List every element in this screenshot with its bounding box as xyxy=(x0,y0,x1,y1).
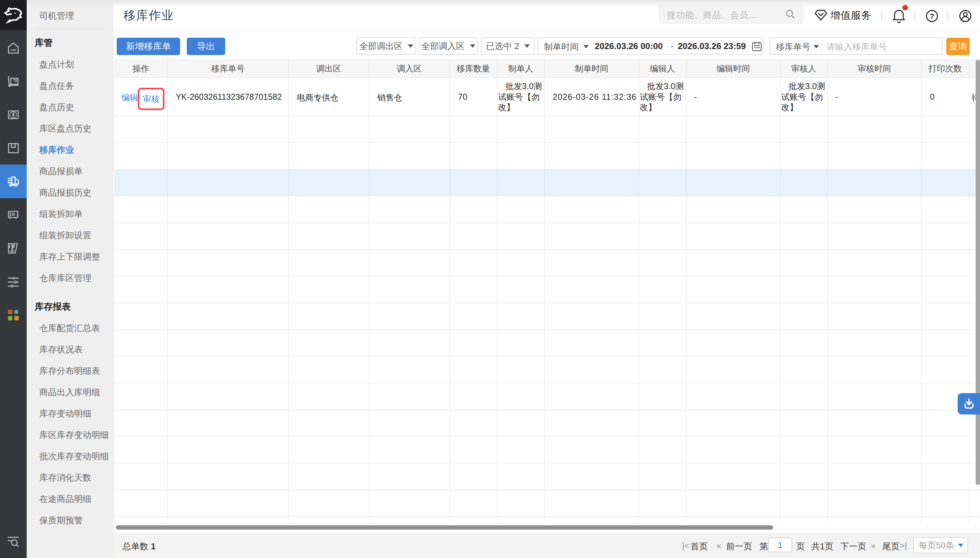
svg-text:?: ? xyxy=(929,12,934,20)
